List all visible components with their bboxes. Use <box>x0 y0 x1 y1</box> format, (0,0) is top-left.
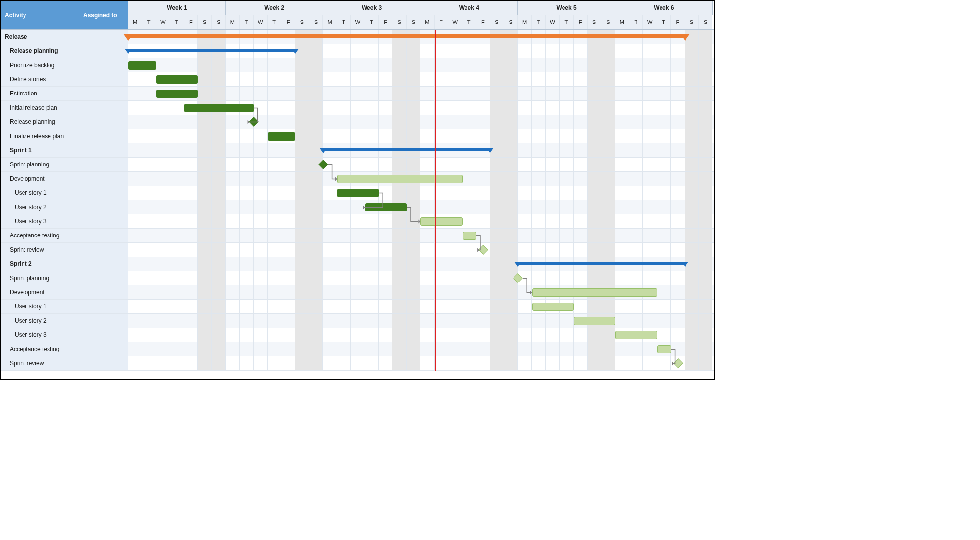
task-bar[interactable] <box>532 288 658 297</box>
day-header: S <box>295 15 309 29</box>
task-name: Initial release plan <box>1 101 79 115</box>
gantt-row: Development <box>1 285 714 300</box>
task-name: Release planning <box>1 115 79 129</box>
gantt-row: Sprint review <box>1 356 714 371</box>
task-name: Development <box>1 285 79 299</box>
task-bar[interactable] <box>420 217 462 226</box>
week-header: Week 5 <box>518 1 615 15</box>
task-bar[interactable] <box>156 90 198 98</box>
task-lane <box>128 30 714 44</box>
column-header-assigned: Assgined to <box>79 1 128 29</box>
gantt-row: User story 2 <box>1 200 714 214</box>
task-lane <box>128 342 714 356</box>
gantt-row: User story 1 <box>1 186 714 200</box>
week-header: Week 3 <box>323 1 421 15</box>
assigned-cell <box>79 158 128 171</box>
group-bar[interactable] <box>323 148 490 151</box>
assigned-cell <box>79 87 128 100</box>
task-bar[interactable] <box>365 203 407 211</box>
assigned-cell <box>79 342 128 356</box>
milestone-diamond[interactable] <box>513 273 523 283</box>
task-lane <box>128 72 714 86</box>
task-bar[interactable] <box>268 132 295 141</box>
day-header: W <box>351 15 365 29</box>
day-header: F <box>281 15 295 29</box>
task-bar[interactable] <box>532 303 574 311</box>
day-header: W <box>546 15 560 29</box>
task-bar[interactable] <box>463 232 476 240</box>
assigned-cell <box>79 58 128 72</box>
task-bar[interactable] <box>337 175 463 183</box>
task-name: Release <box>1 30 79 44</box>
task-bar[interactable] <box>657 345 671 353</box>
task-lane <box>128 285 714 299</box>
task-name: User story 3 <box>1 328 79 342</box>
group-bar[interactable] <box>128 49 295 52</box>
gantt-header: Activity Assgined to Week 1Week 2Week 3W… <box>1 1 714 30</box>
task-bar[interactable] <box>184 104 254 112</box>
task-bar[interactable] <box>574 317 615 325</box>
task-lane <box>128 356 714 370</box>
day-header: M <box>420 15 434 29</box>
week-header: Week 4 <box>420 1 518 15</box>
task-lane <box>128 143 714 157</box>
gantt-row: Sprint planning <box>1 158 714 172</box>
day-header: T <box>365 15 379 29</box>
task-bar[interactable] <box>337 189 379 197</box>
release-bar[interactable] <box>128 34 685 38</box>
task-bar[interactable] <box>615 331 657 339</box>
day-header: T <box>657 15 671 29</box>
day-header: F <box>379 15 392 29</box>
assigned-cell <box>79 328 128 342</box>
day-header: S <box>392 15 406 29</box>
week-header: Week 6 <box>615 1 713 15</box>
task-lane <box>128 300 714 313</box>
task-bar[interactable] <box>128 61 156 70</box>
day-header: M <box>518 15 532 29</box>
day-header: W <box>448 15 462 29</box>
assigned-cell <box>79 356 128 370</box>
task-name: Sprint 1 <box>1 143 79 157</box>
day-header: M <box>323 15 337 29</box>
task-lane <box>128 328 714 342</box>
day-header: T <box>560 15 573 29</box>
gantt-row: Development <box>1 172 714 186</box>
milestone-diamond[interactable] <box>673 358 683 368</box>
milestone-diamond[interactable] <box>478 245 488 255</box>
day-header: T <box>337 15 351 29</box>
task-name: User story 2 <box>1 200 79 214</box>
gantt-row: Release planning <box>1 44 714 58</box>
day-header: T <box>629 15 643 29</box>
assigned-cell <box>79 257 128 271</box>
group-bar[interactable] <box>518 262 685 265</box>
task-lane <box>128 129 714 143</box>
day-header: F <box>476 15 490 29</box>
task-lane <box>128 87 714 100</box>
day-header: T <box>170 15 184 29</box>
task-name: Sprint review <box>1 356 79 370</box>
milestone-diamond[interactable] <box>318 160 328 169</box>
task-name: Release planning <box>1 44 79 58</box>
week-header: Week 1 <box>128 1 226 15</box>
day-header: T <box>462 15 476 29</box>
assigned-cell <box>79 101 128 115</box>
task-lane <box>128 158 714 171</box>
gantt-row: Acceptance testing <box>1 342 714 356</box>
day-header: T <box>532 15 545 29</box>
day-header: S <box>699 15 712 29</box>
day-header: S <box>407 15 420 29</box>
day-header: S <box>198 15 212 29</box>
gantt-row: Sprint 2 <box>1 257 714 271</box>
task-name: Development <box>1 172 79 186</box>
milestone-diamond[interactable] <box>249 117 259 127</box>
gantt-row: User story 2 <box>1 314 714 328</box>
assigned-cell <box>79 229 128 242</box>
assigned-cell <box>79 143 128 157</box>
task-lane <box>128 101 714 115</box>
task-bar[interactable] <box>156 75 198 84</box>
task-lane <box>128 214 714 228</box>
gantt-row: Release planning <box>1 115 714 129</box>
day-header: S <box>490 15 504 29</box>
gantt-row: User story 3 <box>1 328 714 342</box>
gantt-row: User story 3 <box>1 214 714 229</box>
